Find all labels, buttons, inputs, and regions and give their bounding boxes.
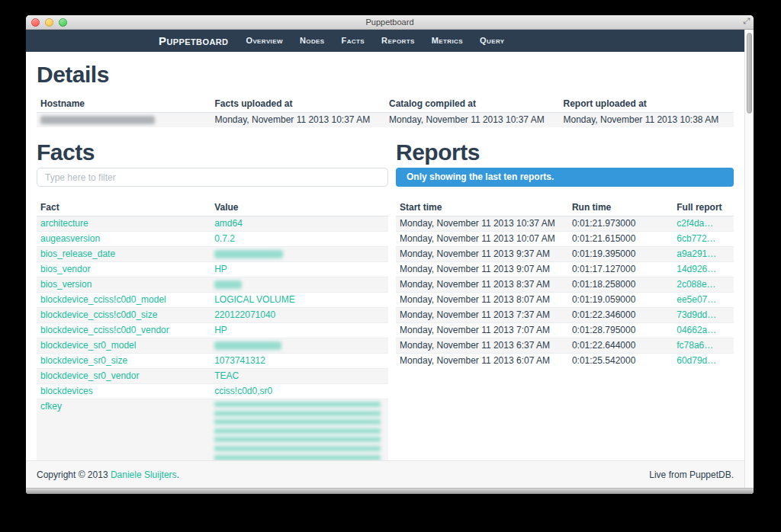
navbar-brand[interactable]: Puppetboard [159,34,228,47]
full-report-link[interactable]: 60d79d… [677,355,716,366]
fact-name-link[interactable]: augeasversion [40,233,100,244]
fact-row: blockdevice_cciss!c0d0_size220122071040 [37,308,388,323]
fact-name-link[interactable]: architecture [40,218,88,229]
fact-name-link[interactable]: bios_release_date [40,248,115,259]
full-report-link[interactable]: 14d926… [677,264,716,274]
zoom-button[interactable] [59,18,67,27]
redacted-fact-value [214,341,281,350]
copyright-prefix: Copyright © 2013 [37,470,111,480]
window-titlebar[interactable]: Puppetboard ⤢ [26,15,754,30]
report-run-time: 0:01:21.615000 [568,232,673,247]
fact-value-link[interactable]: 220122071040 [214,309,275,320]
fact-value-link[interactable]: TEAC [214,370,239,381]
fact-row: architectureamd64 [37,216,388,232]
report-uploaded-value: Monday, November 11 2013 10:38 AM [560,113,734,128]
fact-row: blockdevice_sr0_model [37,338,388,354]
details-col-report-uploaded: Report uploaded at [560,95,734,113]
full-report-link[interactable]: ee5e07… [677,294,716,305]
catalog-compiled-value: Monday, November 11 2013 10:37 AM [385,113,560,128]
report-start-time: Monday, November 11 2013 9:37 AM [396,247,568,262]
nav-item-metrics[interactable]: Metrics [423,30,471,52]
report-run-time: 0:01:28.795000 [568,323,673,338]
report-row: Monday, November 11 2013 7:37 AM0:01:22.… [396,308,734,323]
report-row: Monday, November 11 2013 6:37 AM0:01:22.… [396,338,734,354]
facts-uploaded-value: Monday, November 11 2013 10:37 AM [211,113,386,128]
report-start-time: Monday, November 11 2013 9:07 AM [396,262,568,277]
nav-item-overview[interactable]: Overview [237,30,291,52]
report-run-time: 0:01:17.127000 [568,262,673,277]
report-start-time: Monday, November 11 2013 8:37 AM [396,277,568,293]
details-heading: Details [37,62,734,88]
fact-value-link[interactable]: LOGICAL VOLUME [214,294,295,305]
fact-value-link[interactable]: 0.7.2 [214,233,235,244]
fact-name-link[interactable]: blockdevice_cciss!c0d0_vendor [40,325,169,335]
fact-value-link[interactable]: cciss!c0d0,sr0 [214,386,272,396]
details-header-row: Hostname Facts uploaded at Catalog compi… [37,95,734,113]
scrollbar-thumb[interactable] [747,33,752,114]
report-start-time: Monday, November 11 2013 8:07 AM [396,293,568,308]
report-run-time: 0:01:18.258000 [568,277,673,293]
close-button[interactable] [31,18,40,27]
fact-name-link[interactable]: bios_version [40,279,92,290]
minimize-button[interactable] [45,18,53,27]
reports-heading: Reports [396,139,734,165]
fact-row: bios_release_date [37,247,388,262]
browser-viewport: Puppetboard OverviewNodesFactsReportsMet… [26,30,754,488]
fact-name-link[interactable]: blockdevice_cciss!c0d0_size [40,309,157,320]
report-start-time: Monday, November 11 2013 6:37 AM [396,338,568,354]
hostname-redacted-value [40,116,155,124]
fact-name-link[interactable]: blockdevice_cciss!c0d0_model [40,294,166,305]
redacted-fact-value [214,250,283,258]
copyright-suffix: . [177,470,179,480]
report-start-time: Monday, November 11 2013 10:37 AM [396,216,568,232]
fact-name-link[interactable]: blockdevice_sr0_vendor [40,370,139,381]
details-row: Monday, November 11 2013 10:37 AM Monday… [37,113,734,128]
full-report-link[interactable]: c2f4da… [677,218,713,229]
reports-col-full-report: Full report [673,199,734,216]
full-report-link[interactable]: 04662a… [677,325,716,335]
reports-notice-banner: Only showing the last ten reports. [396,168,734,187]
nav-item-nodes[interactable]: Nodes [291,30,333,52]
traffic-lights [31,18,67,27]
fact-name-link[interactable]: bios_vendor [40,264,90,274]
full-report-link[interactable]: 2c088e… [677,279,715,290]
reports-col-run-time: Run time [568,199,673,216]
redacted-fact-value [214,280,242,289]
fact-value-link[interactable]: HP [214,264,227,274]
author-link[interactable]: Daniele Sluijters [111,470,177,480]
report-start-time: Monday, November 11 2013 6:07 AM [396,354,568,369]
fact-value-link[interactable]: 1073741312 [214,355,265,366]
reports-header-row: Start time Run time Full report [396,199,734,216]
full-report-link[interactable]: 6cb772… [677,233,715,244]
fact-name-link[interactable]: blockdevices [40,386,93,396]
fact-name-link[interactable]: cfkey [40,401,62,412]
fact-row: bios_vendorHP [37,262,388,277]
app-window: Puppetboard ⤢ Puppetboard OverviewNodesF… [26,15,754,494]
fact-row: blockdevice_cciss!c0d0_modelLOGICAL VOLU… [37,293,388,308]
fact-value-link[interactable]: amd64 [214,218,243,229]
fullscreen-icon[interactable]: ⤢ [743,16,750,26]
fact-row: blockdevice_cciss!c0d0_vendorHP [37,323,388,338]
full-report-link[interactable]: fc78a6… [677,340,713,351]
report-run-time: 0:01:22.644000 [568,338,673,354]
nav-item-reports[interactable]: Reports [373,30,423,52]
report-row: Monday, November 11 2013 6:07 AM0:01:25.… [396,354,734,369]
facts-header-row: Fact Value [37,199,388,216]
facts-col-value: Value [211,199,388,216]
reports-table-body: Monday, November 11 2013 10:37 AM0:01:21… [396,216,734,369]
facts-filter-input[interactable] [37,168,388,187]
full-report-link[interactable]: a9a291… [677,248,716,259]
report-row: Monday, November 11 2013 8:07 AM0:01:19.… [396,293,734,308]
full-report-link[interactable]: 73d9dd… [677,309,716,320]
report-run-time: 0:01:21.973000 [568,216,673,232]
fact-name-link[interactable]: blockdevice_sr0_size [40,355,127,366]
nav-item-facts[interactable]: Facts [333,30,374,52]
details-col-hostname: Hostname [37,95,211,113]
fact-name-link[interactable]: blockdevice_sr0_model [40,340,136,351]
fact-row: blockdevice_sr0_vendorTEAC [37,369,388,384]
report-run-time: 0:01:19.059000 [568,293,673,308]
report-start-time: Monday, November 11 2013 7:37 AM [396,308,568,323]
nav-item-query[interactable]: Query [471,30,513,52]
scrollbar-track[interactable] [744,30,754,488]
fact-value-link[interactable]: HP [214,325,227,335]
